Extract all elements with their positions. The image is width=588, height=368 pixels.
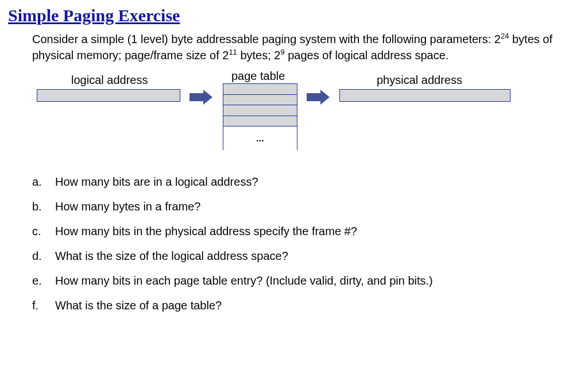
page-table-label: page table (231, 70, 285, 83)
list-item: f. What is the size of a page table? (32, 299, 580, 312)
logical-address-label: logical address (71, 74, 148, 87)
list-item: a. How many bits are in a logical addres… (32, 175, 580, 189)
question-label: e. (32, 274, 55, 288)
question-text: How many bits in each page table entry? … (55, 274, 433, 288)
list-item: b. How many bytes in a frame? (32, 200, 580, 213)
list-item: d. What is the size of the logical addre… (32, 250, 580, 263)
arrow-icon (307, 90, 330, 105)
desc-text: Consider a simple (1 level) byte address… (32, 33, 501, 45)
desc-exp: 9 (280, 48, 284, 56)
page-table-row (223, 116, 297, 127)
question-text: How many bytes in a frame? (55, 200, 200, 213)
description-paragraph: Consider a simple (1 level) byte address… (32, 31, 557, 63)
question-text: How many bits are in a logical address? (55, 175, 258, 189)
question-list: a. How many bits are in a logical addres… (32, 175, 580, 312)
paging-diagram: logical address page table ... physical … (32, 70, 580, 162)
desc-exp: 11 (229, 48, 237, 56)
list-item: c. How many bits in the physical address… (32, 225, 580, 238)
question-label: a. (32, 175, 55, 189)
page-table-row (223, 105, 297, 116)
logical-address-box (37, 89, 180, 102)
physical-address-box (339, 89, 510, 102)
page-table-row (223, 94, 297, 106)
desc-text: pages of logical address space. (285, 48, 449, 61)
question-label: f. (32, 299, 55, 312)
question-label: d. (32, 250, 55, 263)
desc-text: bytes; 2 (237, 48, 281, 61)
question-label: c. (32, 225, 55, 238)
page-title: Simple Paging Exercise (8, 6, 580, 25)
question-text: How many bits in the physical address sp… (55, 225, 357, 238)
question-text: What is the size of the logical address … (55, 250, 288, 263)
list-item: e. How many bits in each page table entr… (32, 274, 580, 288)
arrow-icon (189, 90, 212, 105)
question-label: b. (32, 200, 55, 213)
desc-exp: 24 (501, 32, 509, 40)
question-text: What is the size of a page table? (55, 299, 222, 312)
page-table-box: ... (223, 83, 297, 150)
page-table-ellipsis: ... (223, 126, 297, 150)
page-table-row (223, 83, 297, 95)
physical-address-label: physical address (377, 74, 462, 87)
